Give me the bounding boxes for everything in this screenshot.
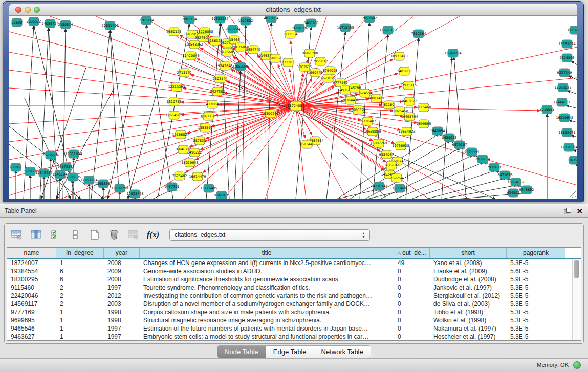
- yellow-node[interactable]: 9242848: [218, 62, 233, 70]
- teal-node[interactable]: 2035572: [27, 17, 41, 26]
- teal-node[interactable]: 1167531: [567, 156, 577, 164]
- teal-node[interactable]: 8958923: [442, 134, 457, 142]
- teal-node[interactable]: 12093872: [554, 83, 571, 92]
- teal-node[interactable]: 9245012: [214, 191, 229, 199]
- memory-status-icon[interactable]: [573, 361, 581, 369]
- yellow-node[interactable]: 1810755: [167, 98, 182, 106]
- teal-node[interactable]: 8215955: [540, 105, 555, 114]
- yellow-node[interactable]: 19654903: [165, 111, 182, 119]
- teal-node[interactable]: 4813054: [264, 16, 279, 23]
- resize-grip-icon[interactable]: [569, 191, 576, 198]
- row-options-icon[interactable]: [69, 229, 81, 241]
- vertical-scrollbar[interactable]: [572, 259, 581, 340]
- yellow-node[interactable]: 19756928: [392, 142, 409, 150]
- yellow-node[interactable]: 7955812: [313, 57, 328, 65]
- yellow-node[interactable]: 16807269: [370, 139, 387, 147]
- yellow-node[interactable]: 12975115: [400, 81, 417, 90]
- yellow-node[interactable]: 9463627: [402, 97, 417, 105]
- delete-columns-icon[interactable]: [108, 229, 120, 241]
- table-row[interactable]: 946362711997Embryonic stem cells: a mode…: [7, 333, 573, 341]
- teal-node[interactable]: 24055724: [41, 19, 58, 28]
- table-settings-icon[interactable]: [11, 229, 23, 241]
- column-header-out-de-[interactable]: △out_de...: [394, 248, 430, 258]
- select-columns-icon[interactable]: [30, 229, 42, 241]
- teal-node[interactable]: 2057682: [362, 16, 377, 23]
- teal-node[interactable]: 9227349: [557, 69, 572, 77]
- tab-node-table[interactable]: Node Table: [217, 346, 266, 358]
- yellow-node[interactable]: 1362615: [297, 63, 312, 71]
- yellow-node[interactable]: 16019948: [181, 159, 198, 167]
- teal-node[interactable]: 1527602: [238, 17, 253, 25]
- teal-node[interactable]: 20206536: [42, 151, 59, 159]
- column-header-pagerank[interactable]: pagerank: [507, 248, 565, 258]
- yellow-node[interactable]: 8427552: [210, 87, 225, 96]
- teal-node[interactable]: 15692971: [558, 128, 575, 137]
- teal-node[interactable]: 2803154: [182, 16, 197, 24]
- teal-node[interactable]: 1640954: [430, 127, 445, 135]
- yellow-node[interactable]: 9860123: [167, 28, 182, 36]
- yellow-node[interactable]: 252254: [390, 174, 403, 182]
- function-builder-icon[interactable]: f(x): [147, 229, 159, 241]
- column-header-in-degree[interactable]: in_degree: [56, 248, 104, 258]
- yellow-node[interactable]: 7485063: [397, 67, 412, 75]
- teal-node[interactable]: 10653287: [211, 16, 228, 23]
- table-selector-dropdown[interactable]: citations_edges.txt ▲▼: [169, 229, 370, 241]
- yellow-node[interactable]: 19166827: [172, 130, 189, 139]
- yellow-node[interactable]: 9384067: [379, 150, 394, 159]
- tab-edge-table[interactable]: Edge Table: [266, 346, 314, 358]
- yellow-node[interactable]: 832203: [282, 58, 295, 67]
- table-row[interactable]: 1872400712008Changes of HCN gene express…: [7, 259, 573, 267]
- teal-node[interactable]: 16782759: [111, 184, 128, 192]
- teal-node[interactable]: 1113254: [568, 26, 577, 34]
- table-row[interactable]: 1830029562008Estimation of significance …: [7, 275, 573, 283]
- close-panel-icon[interactable]: ✕: [576, 207, 583, 215]
- teal-node[interactable]: 12444151: [553, 98, 570, 106]
- teal-node[interactable]: 12923448: [126, 190, 143, 198]
- yellow-node[interactable]: 9175685: [221, 48, 235, 56]
- teal-node[interactable]: 9245652: [519, 186, 534, 194]
- yellow-node[interactable]: 16914479: [189, 172, 206, 181]
- close-button[interactable]: [15, 7, 21, 13]
- delete-table-icon[interactable]: [127, 229, 140, 241]
- column-header-short[interactable]: short: [430, 248, 507, 258]
- minimize-button[interactable]: [25, 7, 31, 13]
- yellow-node[interactable]: 2718170: [177, 69, 192, 77]
- teal-node[interactable]: 2935114: [475, 155, 490, 163]
- yellow-node[interactable]: 8454749: [246, 46, 261, 54]
- show-hide-columns-icon[interactable]: [50, 229, 62, 241]
- yellow-node[interactable]: 6794028: [323, 67, 338, 75]
- teal-node[interactable]: 15751074: [558, 40, 575, 48]
- yellow-node[interactable]: 8267130: [201, 112, 216, 120]
- yellow-node[interactable]: 62160: [384, 101, 395, 109]
- yellow-node[interactable]: 417004: [206, 100, 219, 108]
- teal-node[interactable]: 924502: [507, 189, 520, 197]
- new-table-icon[interactable]: [89, 229, 101, 241]
- table-row[interactable]: 1456911722003Disruption of a novel membe…: [7, 300, 573, 308]
- yellow-node[interactable]: 1615192: [384, 161, 399, 169]
- table-row[interactable]: 1938455462009Genome-wide association stu…: [7, 267, 573, 275]
- yellow-node[interactable]: 1990448: [308, 69, 323, 77]
- teal-node[interactable]: 16648784: [444, 49, 461, 57]
- float-panel-icon[interactable]: [564, 208, 571, 214]
- table-row[interactable]: 977716911998Corpus callosum shape and si…: [7, 308, 573, 316]
- teal-node[interactable]: 17351924: [65, 150, 82, 158]
- yellow-node[interactable]: 9115460: [417, 103, 431, 112]
- yellow-node[interactable]: 7625402: [172, 172, 187, 180]
- column-header-title[interactable]: title: [140, 248, 394, 258]
- teal-node[interactable]: 10719155: [337, 24, 354, 32]
- teal-node[interactable]: 9457791: [165, 183, 180, 191]
- teal-node[interactable]: 9474444: [465, 148, 480, 156]
- teal-node[interactable]: 1733426: [393, 184, 407, 192]
- zoom-button[interactable]: [34, 7, 40, 13]
- teal-node[interactable]: 20691406: [101, 21, 118, 30]
- window-titlebar[interactable]: citations_edges.txt: [9, 4, 577, 16]
- yellow-node[interactable]: 1498222: [187, 148, 202, 157]
- yellow-node[interactable]: 19654923: [398, 127, 415, 136]
- yellow-node[interactable]: 9699695: [417, 120, 431, 128]
- teal-node[interactable]: 2165114: [139, 16, 154, 25]
- teal-node[interactable]: 7957224: [226, 25, 241, 33]
- yellow-node[interactable]: 22420046: [182, 52, 199, 60]
- table-row[interactable]: 969969511998Structural magnetic resonanc…: [7, 316, 573, 324]
- yellow-node[interactable]: 15720407: [359, 117, 376, 125]
- teal-node[interactable]: 93975887: [57, 163, 74, 171]
